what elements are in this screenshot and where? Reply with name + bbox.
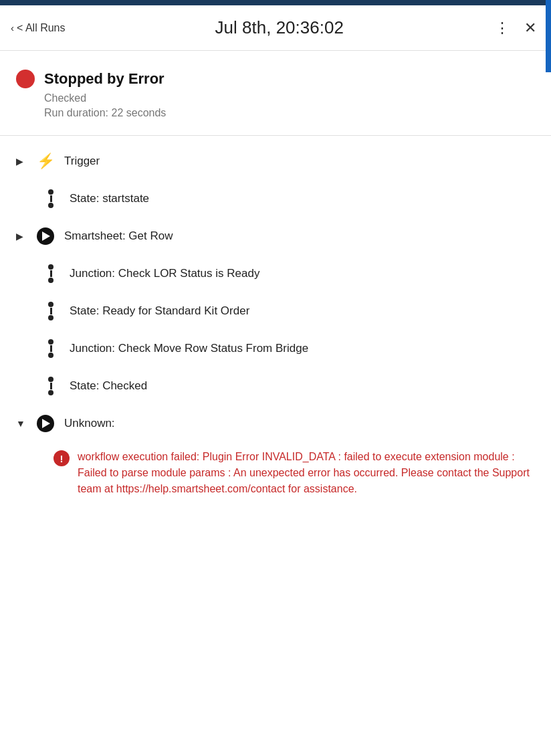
junction-moverow-label: Junction: Check Move Row Status From Bri… — [70, 342, 308, 355]
header-actions: ⋮ ✕ — [493, 19, 538, 37]
state-moverow-icon — [41, 339, 60, 358]
blue-accent-bar — [546, 0, 551, 72]
play-icon-unknown — [36, 414, 55, 433]
smartsheet-getrow-item[interactable]: ▶ Smartsheet: Get Row — [0, 217, 551, 255]
state-ready-icon — [41, 302, 60, 320]
status-section: Stopped by Error Checked Run duration: 2… — [0, 51, 551, 136]
error-block: ! workflow execution failed: Plugin Erro… — [53, 449, 535, 497]
back-chevron-icon: ‹ — [11, 22, 14, 33]
junction-lor-label: Junction: Check LOR Status is Ready — [70, 267, 259, 280]
state-lor-icon — [41, 264, 60, 283]
junction-lor-item: Junction: Check LOR Status is Ready — [0, 255, 551, 292]
run-title: Jul 8th, 20:36:02 — [65, 17, 493, 38]
trigger-item[interactable]: ▶ ⚡ Trigger — [0, 143, 551, 180]
workflow-list: ▶ ⚡ Trigger State: startstate ▶ — [0, 136, 551, 510]
error-message: workflow execution failed: Plugin Error … — [78, 449, 535, 497]
error-circle-icon: ! — [53, 450, 70, 466]
back-label[interactable]: < All Runs — [17, 22, 65, 34]
play-icon-getrow — [36, 227, 55, 246]
state-checked-icon — [41, 377, 60, 395]
header: ‹ < All Runs Jul 8th, 20:36:02 ⋮ ✕ — [0, 5, 551, 51]
unknown-item[interactable]: ▼ Unknown: — [0, 405, 551, 442]
status-title: Stopped by Error — [44, 70, 164, 88]
trigger-label: Trigger — [64, 155, 100, 168]
back-button[interactable]: ‹ < All Runs — [11, 22, 65, 34]
state-ready-item: State: Ready for Standard Kit Order — [0, 292, 551, 330]
junction-moverow-item: Junction: Check Move Row Status From Bri… — [0, 330, 551, 367]
smartsheet-expand-arrow: ▶ — [16, 231, 27, 242]
run-duration: Run duration: 22 seconds — [44, 107, 535, 119]
unknown-expand-arrow: ▼ — [16, 418, 27, 429]
state-checked-item: State: Checked — [0, 367, 551, 405]
state-startstate-label: State: startstate — [70, 192, 149, 205]
smartsheet-getrow-label: Smartsheet: Get Row — [64, 229, 173, 243]
state-startstate-icon — [41, 189, 60, 208]
more-options-button[interactable]: ⋮ — [493, 19, 511, 37]
state-ready-label: State: Ready for Standard Kit Order — [70, 304, 249, 318]
status-row: Stopped by Error — [16, 70, 535, 88]
close-button[interactable]: ✕ — [523, 19, 538, 37]
error-status-dot — [16, 70, 35, 88]
trigger-expand-arrow: ▶ — [16, 156, 27, 167]
unknown-label: Unknown: — [64, 417, 115, 430]
state-startstate-item: State: startstate — [0, 180, 551, 217]
top-accent-bar — [0, 0, 551, 5]
checked-label: Checked — [44, 92, 535, 104]
state-checked-label: State: Checked — [70, 379, 147, 393]
bolt-icon: ⚡ — [36, 152, 55, 171]
